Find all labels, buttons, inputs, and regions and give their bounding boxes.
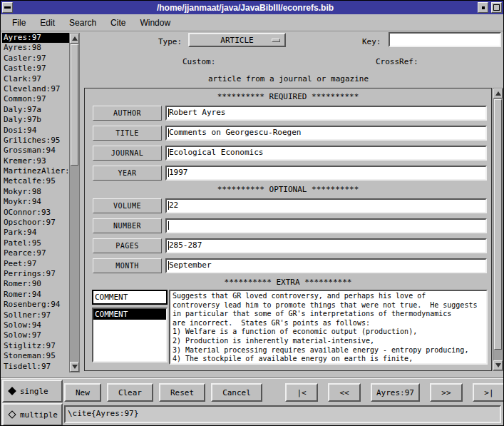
list-item[interactable]: Rosenberg:94 bbox=[2, 300, 69, 310]
list-item[interactable]: Mokyr:98 bbox=[2, 187, 69, 197]
list-item[interactable]: Romer:90 bbox=[2, 279, 69, 289]
list-item[interactable]: Grossman:94 bbox=[2, 146, 69, 156]
field-input-volume[interactable]: 22 bbox=[165, 198, 487, 213]
type-dropdown-value: ARTICLE bbox=[220, 36, 253, 45]
optional-fields: VOLUME22NUMBERPAGES285-287MONTHSeptember bbox=[88, 196, 488, 275]
list-item[interactable]: Solow:94 bbox=[2, 320, 69, 330]
list-item[interactable]: Perrings:97 bbox=[2, 269, 69, 279]
list-item[interactable]: Common:97 bbox=[2, 94, 69, 104]
extra-field-combo[interactable]: COMMENT bbox=[92, 290, 168, 305]
field-row: NUMBER bbox=[88, 215, 488, 235]
extra-field-list[interactable]: COMMENT bbox=[92, 308, 168, 362]
main-scrollbar[interactable] bbox=[493, 88, 503, 371]
field-input-journal[interactable]: Ecological Economics bbox=[165, 146, 487, 161]
list-item[interactable]: Pearce:97 bbox=[2, 248, 69, 258]
reference-list[interactable]: Ayres:97Ayres:98Casler:97Castle:97Clark:… bbox=[2, 33, 69, 372]
list-item[interactable]: Park:94 bbox=[2, 228, 69, 238]
text-caret bbox=[168, 261, 169, 270]
list-item[interactable]: Patel:95 bbox=[2, 238, 69, 248]
menu-cite[interactable]: Cite bbox=[103, 16, 133, 30]
list-item[interactable]: Romer:94 bbox=[2, 290, 69, 300]
list-scroll-down-button[interactable] bbox=[70, 362, 79, 372]
list-item[interactable]: Metcalfe:95 bbox=[2, 176, 69, 186]
field-input-year[interactable]: 1997 bbox=[165, 166, 487, 181]
maximize-button[interactable] bbox=[491, 2, 502, 13]
list-item[interactable]: Kremer:93 bbox=[2, 156, 69, 166]
list-item[interactable]: Ayres:98 bbox=[2, 43, 69, 53]
list-item[interactable]: Daly:97b bbox=[2, 115, 69, 125]
list-scroll-up-button[interactable] bbox=[70, 34, 79, 44]
multiple-mode-tab[interactable]: multiple bbox=[2, 403, 63, 426]
text-caret bbox=[168, 201, 169, 210]
single-mode-tab[interactable]: single bbox=[2, 380, 63, 402]
main-scroll-up-button[interactable] bbox=[493, 88, 503, 98]
field-label-title: TITLE bbox=[93, 126, 162, 141]
field-input-title[interactable]: Comments on Georgescu-Roegen bbox=[165, 126, 487, 141]
menu-window[interactable]: Window bbox=[133, 16, 178, 30]
text-caret bbox=[168, 108, 169, 117]
field-input-month[interactable]: September bbox=[165, 258, 487, 273]
field-label-journal: JOURNAL bbox=[93, 146, 162, 161]
list-item[interactable]: MartinezAlier:97 bbox=[2, 166, 69, 176]
clear-button[interactable]: Clear bbox=[107, 383, 153, 402]
reset-button[interactable]: Reset bbox=[159, 383, 205, 402]
option-menu-indicator-icon bbox=[272, 39, 280, 42]
field-input-pages[interactable]: 285-287 bbox=[165, 238, 487, 253]
application-window: /home/jjanmaat/java/JavaBibIII/econrefs.… bbox=[0, 0, 504, 426]
nav-first-button[interactable]: |< bbox=[285, 383, 318, 402]
list-item[interactable]: Daly:97a bbox=[2, 105, 69, 115]
key-input-value: Ayres:97 bbox=[411, 46, 449, 47]
field-input-number[interactable] bbox=[165, 218, 487, 233]
key-label: Key: bbox=[362, 37, 381, 46]
list-item[interactable]: OConnor:93 bbox=[2, 208, 69, 218]
fields-panel: ********** REQUIRED ********** AUTHORRob… bbox=[84, 88, 492, 371]
list-item[interactable]: Clark:97 bbox=[2, 74, 69, 84]
list-item[interactable]: Ayres:97 bbox=[2, 33, 69, 43]
list-item[interactable]: Castle:97 bbox=[2, 64, 69, 73]
cancel-button[interactable]: Cancel bbox=[211, 383, 262, 402]
new-button[interactable]: New bbox=[64, 383, 101, 402]
extra-list-item[interactable]: COMMENT bbox=[93, 309, 166, 320]
field-label-number: NUMBER bbox=[93, 218, 162, 233]
nav-prev-button[interactable]: << bbox=[328, 383, 361, 402]
menu-file[interactable]: File bbox=[5, 16, 33, 30]
text-caret bbox=[411, 46, 411, 47]
list-item[interactable]: Solow:97 bbox=[2, 330, 69, 340]
list-item[interactable]: Sollner:97 bbox=[2, 310, 69, 320]
list-item[interactable]: Tisdell:97 bbox=[2, 362, 69, 372]
crossref-label: CrossRef: bbox=[376, 57, 418, 66]
window-menu-button[interactable] bbox=[2, 2, 13, 13]
key-input[interactable]: Ayres:97 bbox=[389, 32, 501, 47]
text-caret bbox=[168, 128, 169, 137]
menu-edit[interactable]: Edit bbox=[33, 16, 62, 30]
list-item[interactable]: Stoneman:95 bbox=[2, 351, 69, 361]
type-dropdown[interactable]: ARTICLE bbox=[188, 33, 286, 47]
list-item[interactable]: Cleveland:97 bbox=[2, 84, 69, 94]
comment-textarea[interactable]: Suggests that GR loved controversy, and … bbox=[169, 290, 488, 365]
nav-current-button[interactable]: Ayres:97 bbox=[371, 383, 420, 402]
nav-last-button[interactable]: >| bbox=[473, 383, 504, 402]
type-label: Type: bbox=[158, 37, 182, 46]
menu-search[interactable]: Search bbox=[62, 16, 103, 30]
field-input-author[interactable]: Robert Ayres bbox=[165, 106, 487, 121]
list-item[interactable]: Peet:97 bbox=[2, 259, 69, 269]
extra-field-selector: COMMENT COMMENT bbox=[92, 290, 168, 365]
main-scroll-down-button[interactable] bbox=[493, 360, 503, 370]
list-item[interactable]: Moykr:94 bbox=[2, 197, 69, 207]
minimize-button[interactable] bbox=[478, 2, 488, 13]
field-row: MONTHSeptember bbox=[88, 255, 488, 275]
list-item[interactable]: Stiglitz:97 bbox=[2, 341, 69, 351]
list-item[interactable]: Dosi:94 bbox=[2, 126, 69, 136]
titlebar: /home/jjanmaat/java/JavaBibIII/econrefs.… bbox=[1, 1, 503, 14]
custom-label: Custom: bbox=[182, 57, 215, 66]
list-scrollbar[interactable] bbox=[69, 33, 80, 372]
list-scrollbar-thumb[interactable] bbox=[71, 44, 78, 166]
list-item[interactable]: Griliches:95 bbox=[2, 136, 69, 146]
main-scrollbar-thumb[interactable] bbox=[494, 99, 502, 350]
list-item[interactable]: Opschoor:97 bbox=[2, 218, 69, 228]
cite-command-field[interactable]: \cite{Ayres:97} bbox=[64, 405, 501, 423]
nav-next-button[interactable]: >> bbox=[430, 383, 463, 402]
field-row: JOURNALEcological Economics bbox=[88, 143, 488, 163]
list-item[interactable]: Casler:97 bbox=[2, 54, 69, 64]
field-row: PAGES285-287 bbox=[88, 235, 488, 255]
